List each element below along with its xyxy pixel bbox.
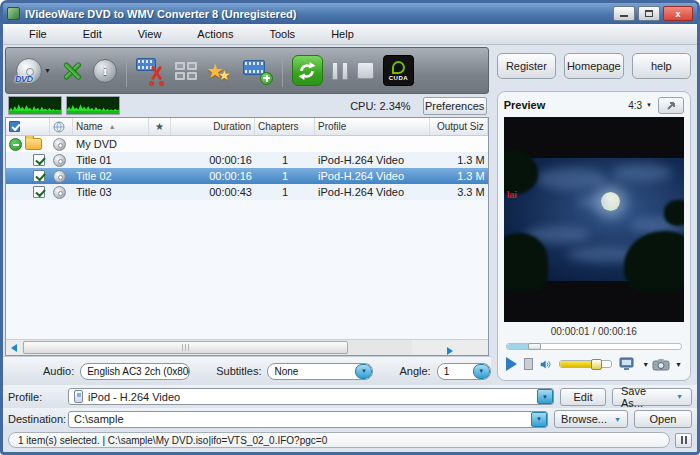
register-button[interactable]: Register <box>497 53 556 79</box>
seek-bar[interactable] <box>506 343 682 350</box>
disc-icon <box>53 186 66 199</box>
combo-arrow-icon[interactable]: ▼ <box>355 364 372 379</box>
clip-button[interactable] <box>136 53 166 89</box>
profile-label: Profile: <box>8 391 62 403</box>
chevron-down-icon: ▼ <box>44 67 51 74</box>
select-all-checkbox[interactable] <box>9 121 20 132</box>
maximize-icon <box>645 10 653 17</box>
open-button[interactable]: Open <box>634 410 692 428</box>
stop-button[interactable] <box>357 53 374 89</box>
spectrum-meter-right <box>66 96 120 115</box>
chevron-down-icon[interactable]: ▼ <box>675 361 682 368</box>
destination-input[interactable]: C:\sample ▼ <box>68 411 548 428</box>
menu-file[interactable]: File <box>17 25 59 43</box>
convert-button[interactable] <box>292 53 323 89</box>
app-icon <box>7 7 20 20</box>
title-chapters: 1 <box>255 152 315 168</box>
scrollbar-thumb[interactable] <box>23 341 348 354</box>
cuda-icon: CUDA <box>383 55 414 86</box>
menu-actions[interactable]: Actions <box>185 25 245 43</box>
status-alert-button[interactable] <box>675 433 692 448</box>
seek-thumb[interactable] <box>528 343 541 350</box>
profile-select[interactable]: iPod - H.264 Video ▼ <box>68 388 554 405</box>
preview-popout-button[interactable] <box>658 97 684 114</box>
cuda-button[interactable]: CUDA <box>383 53 414 89</box>
edit-button[interactable]: Edit <box>560 388 606 406</box>
scrollbar-left-arrow[interactable] <box>6 340 22 355</box>
table-row-group[interactable]: My DVD <box>6 136 488 152</box>
row-checkbox[interactable] <box>33 186 45 198</box>
sort-asc-icon: ▲ <box>109 123 116 130</box>
chapters-icon <box>175 62 197 80</box>
title-bar: IVideoWare DVD to WMV Converter 8 (Unreg… <box>3 3 697 24</box>
volume-slider[interactable] <box>559 360 612 368</box>
pause-button[interactable] <box>332 53 348 89</box>
subtitles-select[interactable]: None ▼ <box>267 363 373 380</box>
chapters-button[interactable] <box>175 53 197 89</box>
effects-button[interactable]: ★★ <box>206 53 234 89</box>
stop-playback-button[interactable] <box>524 358 533 370</box>
info-button[interactable]: i <box>93 53 117 89</box>
preferences-button[interactable]: Preferences <box>423 97 487 115</box>
play-button[interactable] <box>506 357 517 371</box>
browse-button[interactable]: Browse... ▼ <box>554 410 628 428</box>
add-file-button[interactable] <box>243 53 273 89</box>
preview-title: Preview <box>504 99 546 111</box>
maximize-button[interactable] <box>638 6 660 21</box>
row-checkbox[interactable] <box>33 154 45 166</box>
angle-select[interactable]: 1 ▼ <box>437 363 491 380</box>
table-row[interactable]: Title 01 00:00:16 1 iPod-H.264 Video 1.3… <box>6 152 488 168</box>
help-button[interactable]: help <box>632 53 691 79</box>
menu-bar: File Edit View Actions Tools Help <box>3 24 697 45</box>
scrollbar-right-arrow[interactable] <box>412 340 487 355</box>
display-mode-icon[interactable] <box>619 357 637 372</box>
header-star[interactable]: ★ <box>149 118 171 135</box>
angle-label: Angle: <box>399 365 430 377</box>
menu-edit[interactable]: Edit <box>71 25 114 43</box>
title-profile: iPod-H.264 Video <box>315 168 430 184</box>
combo-arrow-icon[interactable]: ▼ <box>188 364 190 379</box>
aspect-ratio-select[interactable]: 4:3 ▼ <box>628 100 652 111</box>
minimize-icon <box>620 15 628 17</box>
status-alert-icon <box>681 436 683 444</box>
header-name[interactable]: Name▲ <box>73 118 149 135</box>
collapse-icon[interactable] <box>9 138 22 151</box>
preview-panel: Preview 4:3 ▼ <box>497 91 691 381</box>
combo-arrow-icon[interactable]: ▼ <box>473 364 490 379</box>
snapshot-icon[interactable] <box>652 358 670 371</box>
title-duration: 00:00:43 <box>171 184 255 200</box>
menu-tools[interactable]: Tools <box>257 25 307 43</box>
horizontal-scrollbar[interactable] <box>6 339 488 355</box>
load-dvd-button[interactable]: DVD ▼ <box>16 53 51 89</box>
combo-arrow-icon[interactable]: ▼ <box>537 389 553 404</box>
header-chapters[interactable]: Chapters <box>255 118 315 135</box>
status-text: 1 item(s) selected. | C:\sample\My DVD.i… <box>8 432 670 448</box>
window-title: IVideoWare DVD to WMV Converter 8 (Unreg… <box>25 8 613 20</box>
menu-help[interactable]: Help <box>319 25 366 43</box>
save-as-button[interactable]: Save As... ▼ <box>612 388 692 406</box>
header-profile[interactable]: Profile <box>315 118 430 135</box>
header-checkbox-cell[interactable] <box>6 118 50 135</box>
dvd-icon: DVD <box>16 58 42 84</box>
volume-icon[interactable] <box>540 358 552 371</box>
title-chapters: 1 <box>255 184 315 200</box>
homepage-button[interactable]: Homepage <box>564 53 623 79</box>
header-source-cell[interactable] <box>50 118 73 135</box>
table-row[interactable]: Title 03 00:00:43 1 iPod-H.264 Video 3.3… <box>6 184 488 200</box>
header-duration[interactable]: Duration <box>171 118 255 135</box>
header-output-size[interactable]: Output Siz <box>430 118 488 135</box>
account-buttons: Register Homepage help <box>497 53 691 80</box>
close-button[interactable]: x <box>663 6 693 21</box>
combo-arrow-icon[interactable]: ▼ <box>531 412 547 427</box>
audio-select[interactable]: English AC3 2ch (0x80 ▼ <box>80 363 190 380</box>
chevron-down-icon[interactable]: ▼ <box>642 361 649 368</box>
cpu-usage: CPU: 2.34% <box>350 100 419 112</box>
minimize-button[interactable] <box>613 6 635 21</box>
subtitles-label: Subtitles: <box>216 365 261 377</box>
row-checkbox[interactable] <box>33 170 45 182</box>
remove-button[interactable] <box>60 53 84 89</box>
volume-thumb[interactable] <box>591 359 602 370</box>
table-header: Name▲ ★ Duration Chapters Profile Output… <box>6 118 488 136</box>
menu-view[interactable]: View <box>126 25 174 43</box>
table-row-selected[interactable]: Title 02 00:00:16 1 iPod-H.264 Video 1.3… <box>6 168 488 184</box>
